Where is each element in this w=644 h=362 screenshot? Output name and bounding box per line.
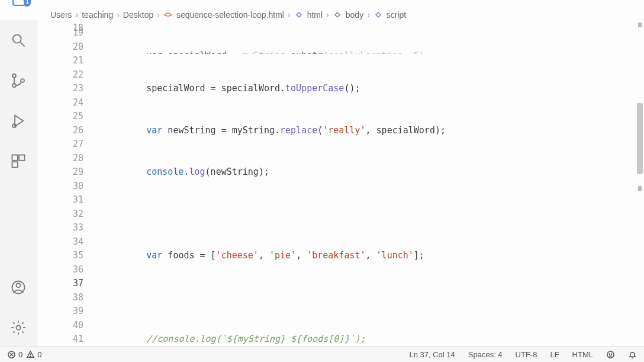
chevron-right-icon: › bbox=[366, 10, 371, 20]
files-icon: 1 bbox=[12, 0, 32, 10]
svg-point-18 bbox=[607, 351, 614, 357]
code-line: //console.log(`${myString} ${foods[0]}`)… bbox=[104, 332, 635, 347]
chevron-right-icon: › bbox=[75, 10, 80, 20]
gear-icon[interactable] bbox=[10, 319, 27, 336]
status-errors[interactable]: 0 bbox=[7, 350, 22, 359]
explorer-badge[interactable]: 1 bbox=[12, 0, 32, 8]
status-eol[interactable]: LF bbox=[550, 350, 559, 359]
svg-point-19 bbox=[609, 354, 610, 354]
symbol-icon bbox=[373, 10, 383, 20]
line-number: 41 bbox=[37, 332, 83, 347]
svg-point-17 bbox=[30, 356, 31, 357]
line-number: 29 bbox=[37, 165, 83, 180]
svg-point-4 bbox=[12, 84, 16, 87]
status-spaces[interactable]: Spaces: 4 bbox=[468, 350, 503, 359]
code-area[interactable]: var specialWord = myString.substr(really… bbox=[95, 20, 635, 347]
minimap-block bbox=[638, 186, 642, 191]
svg-rect-7 bbox=[12, 155, 18, 161]
svg-point-20 bbox=[611, 354, 612, 354]
minimap[interactable] bbox=[635, 20, 643, 347]
minimap-block bbox=[638, 23, 642, 27]
breadcrumb-item[interactable]: Desktop bbox=[123, 10, 153, 20]
line-number: 35 bbox=[37, 249, 83, 263]
line-number: 22 bbox=[37, 68, 83, 82]
line-number: 20 bbox=[37, 40, 83, 55]
code-line: specialWord = specialWord.toUpperCase(); bbox=[104, 82, 635, 96]
status-encoding[interactable]: UTF-8 bbox=[516, 350, 537, 359]
line-number: 39 bbox=[37, 305, 83, 319]
chevron-right-icon: › bbox=[156, 10, 161, 20]
line-number: 21 bbox=[37, 54, 83, 68]
line-number: 36 bbox=[37, 263, 83, 277]
chevron-right-icon: › bbox=[286, 10, 292, 20]
line-number: 24 bbox=[37, 96, 83, 110]
code-line bbox=[104, 207, 635, 222]
svg-point-11 bbox=[17, 283, 21, 287]
svg-line-2 bbox=[21, 43, 25, 47]
breadcrumb: Users › teaching › Desktop › <> sequence… bbox=[50, 8, 638, 21]
warnings-count: 0 bbox=[37, 350, 41, 359]
account-icon[interactable] bbox=[10, 279, 27, 296]
symbol-icon bbox=[294, 10, 304, 20]
editor-body: 18 19 20 21 22 23 24 25 26 27 28 29 30 3… bbox=[0, 20, 644, 347]
extensions-icon[interactable] bbox=[10, 153, 27, 169]
errors-count: 0 bbox=[18, 350, 22, 359]
html-file-icon: <> bbox=[163, 10, 173, 20]
line-number: 34 bbox=[37, 235, 83, 249]
scrollbar-thumb[interactable] bbox=[637, 103, 643, 174]
badge-count: 1 bbox=[25, 0, 29, 5]
line-number: 19 bbox=[37, 26, 83, 40]
line-number: 27 bbox=[37, 137, 83, 152]
line-number: 38 bbox=[37, 291, 83, 305]
breadcrumb-item[interactable]: script bbox=[387, 10, 406, 20]
code-line: var newString = myString.replace('really… bbox=[104, 124, 635, 138]
code-line bbox=[104, 291, 635, 305]
line-gutter: 18 19 20 21 22 23 24 25 26 27 28 29 30 3… bbox=[37, 20, 95, 347]
line-number: 23 bbox=[37, 82, 83, 96]
status-left: 0 0 bbox=[7, 350, 41, 359]
run-debug-icon[interactable] bbox=[10, 113, 27, 129]
error-icon bbox=[7, 350, 16, 359]
code-line: console.log(newString); bbox=[104, 165, 635, 180]
status-language[interactable]: HTML bbox=[572, 350, 593, 359]
breadcrumb-item[interactable]: body bbox=[346, 10, 363, 20]
search-icon[interactable] bbox=[10, 32, 27, 49]
line-number: 25 bbox=[37, 110, 83, 124]
svg-point-1 bbox=[13, 35, 21, 43]
line-number: 32 bbox=[37, 207, 83, 222]
line-number: 18 bbox=[37, 21, 83, 26]
app-root: 1 Users › teaching › Desktop › <> sequen… bbox=[0, 0, 644, 362]
status-bar: 0 0 Ln 37, Col 14 Spaces: 4 UTF-8 LF HTM… bbox=[0, 346, 644, 362]
feedback-icon[interactable] bbox=[606, 350, 615, 359]
chevron-right-icon: › bbox=[115, 10, 121, 20]
symbol-icon bbox=[333, 10, 342, 20]
chevron-right-icon: › bbox=[325, 10, 330, 20]
svg-point-12 bbox=[17, 326, 21, 330]
warning-icon bbox=[26, 350, 35, 359]
line-number-current: 37 bbox=[37, 277, 83, 291]
breadcrumb-item[interactable]: html bbox=[307, 10, 323, 20]
line-number: 33 bbox=[37, 221, 83, 235]
code-line: var foods = ['cheese', 'pie', 'breakfast… bbox=[104, 249, 635, 263]
bell-icon[interactable] bbox=[628, 350, 637, 359]
breadcrumb-item[interactable]: teaching bbox=[82, 10, 113, 20]
code-editor[interactable]: 18 19 20 21 22 23 24 25 26 27 28 29 30 3… bbox=[37, 20, 644, 347]
svg-point-6 bbox=[12, 124, 16, 127]
svg-point-3 bbox=[12, 74, 16, 78]
breadcrumb-item[interactable]: sequence-selection-loop.html bbox=[176, 10, 284, 20]
line-number: 26 bbox=[37, 124, 83, 138]
line-number: 30 bbox=[37, 180, 83, 194]
status-warnings[interactable]: 0 bbox=[26, 350, 41, 359]
svg-rect-9 bbox=[12, 162, 18, 167]
line-number: 31 bbox=[37, 193, 83, 207]
breadcrumb-item[interactable]: Users bbox=[50, 10, 72, 20]
status-right: Ln 37, Col 14 Spaces: 4 UTF-8 LF HTML bbox=[409, 350, 637, 359]
line-number: 40 bbox=[37, 319, 83, 333]
status-cursor[interactable]: Ln 37, Col 14 bbox=[409, 350, 455, 359]
code-line: var specialWord = myString.substr(really… bbox=[104, 49, 635, 54]
activity-bar bbox=[0, 20, 37, 347]
source-control-icon[interactable] bbox=[10, 72, 27, 89]
svg-point-5 bbox=[21, 79, 24, 82]
svg-rect-8 bbox=[19, 155, 24, 161]
svg-rect-0 bbox=[13, 0, 25, 5]
